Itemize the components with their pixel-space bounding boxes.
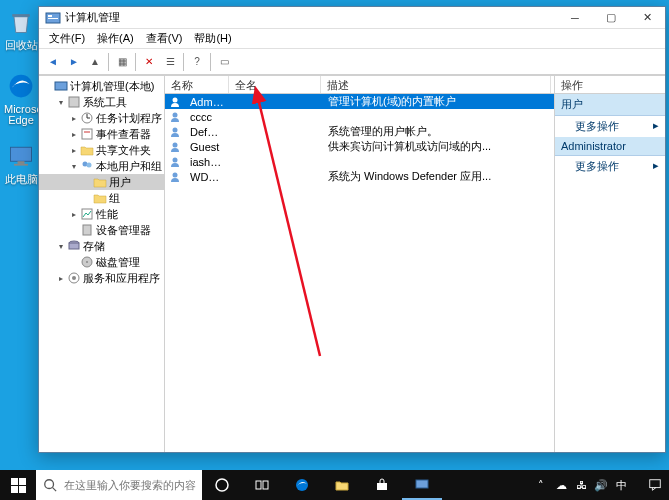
close-button[interactable]: ✕ <box>629 7 665 29</box>
tree-node-8[interactable]: ▸性能 <box>39 206 164 222</box>
column-header-2[interactable]: 描述 <box>321 76 551 93</box>
toolbar-up-button[interactable]: ▲ <box>85 52 105 72</box>
toolbar-delete-button[interactable]: ✕ <box>139 52 159 72</box>
svg-rect-20 <box>69 243 79 249</box>
tree-twisty-icon[interactable]: ▸ <box>67 112 80 125</box>
svg-point-22 <box>86 261 88 263</box>
column-header-1[interactable]: 全名 <box>229 76 321 93</box>
user-row-3[interactable]: Guest供来宾访问计算机或访问域的内... <box>165 139 554 154</box>
taskbar: ˄☁🖧🔊中 <box>0 470 669 500</box>
action-center-button[interactable] <box>643 470 667 500</box>
tree-twisty-icon[interactable]: ▸ <box>67 144 80 157</box>
taskbar-taskview-button[interactable] <box>242 470 282 500</box>
tree-node-0[interactable]: 计算机管理(本地) <box>39 78 164 94</box>
window-title: 计算机管理 <box>65 10 557 25</box>
taskbar-mmc-button[interactable] <box>402 470 442 500</box>
desktop-edge[interactable]: Microsoft Edge <box>4 70 38 126</box>
action-section-0[interactable]: 用户 <box>555 94 665 116</box>
tree-label: 存储 <box>83 239 105 254</box>
share-icon <box>80 143 94 157</box>
tree-twisty-icon[interactable]: ▾ <box>54 96 67 109</box>
tray-network-icon[interactable]: 🖧 <box>571 470 591 500</box>
tree-node-4[interactable]: ▸共享文件夹 <box>39 142 164 158</box>
menu-item-0[interactable]: 文件(F) <box>43 29 91 48</box>
svg-line-37 <box>53 488 57 492</box>
tree-pane[interactable]: 计算机管理(本地)▾系统工具▸任务计划程序▸事件查看器▸共享文件夹▾本地用户和组… <box>39 76 165 452</box>
dev-icon <box>80 223 94 237</box>
desktop-recycle-bin[interactable]: 回收站 <box>4 6 38 51</box>
maximize-button[interactable]: ▢ <box>593 7 629 29</box>
tree-node-2[interactable]: ▸任务计划程序 <box>39 110 164 126</box>
titlebar[interactable]: 计算机管理 ─ ▢ ✕ <box>39 7 665 29</box>
minimize-button[interactable]: ─ <box>557 7 593 29</box>
svg-point-38 <box>216 479 228 491</box>
back-icon: ◄ <box>48 56 58 67</box>
taskbar-cortana-button[interactable] <box>202 470 242 500</box>
action-item-0-0[interactable]: 更多操作 ▸ <box>555 116 665 137</box>
cell-name: WDAGUtilit... <box>184 171 230 183</box>
tree-twisty-icon[interactable]: ▸ <box>54 272 67 285</box>
tree-node-11[interactable]: 磁盘管理 <box>39 254 164 270</box>
user-row-5[interactable]: WDAGUtilit...系统为 Windows Defender 应用... <box>165 169 554 184</box>
forward-icon: ► <box>69 56 79 67</box>
tray-onedrive-icon[interactable]: ☁ <box>551 470 571 500</box>
svg-point-1 <box>10 75 33 98</box>
cell-name: iashoah <box>184 156 230 168</box>
menu-item-3[interactable]: 帮助(H) <box>188 29 237 48</box>
tree-node-9[interactable]: 设备管理器 <box>39 222 164 238</box>
tree-node-7[interactable]: 组 <box>39 190 164 206</box>
user-row-2[interactable]: DefaultAcc...系统管理的用户帐户。 <box>165 124 554 139</box>
tree-twisty-icon[interactable]: ▾ <box>67 160 80 173</box>
tree-label: 共享文件夹 <box>96 143 151 158</box>
svg-point-25 <box>173 97 178 102</box>
toolbar-props-button[interactable]: ☰ <box>160 52 180 72</box>
tree-node-12[interactable]: ▸服务和应用程序 <box>39 270 164 286</box>
tree-twisty-icon[interactable]: ▸ <box>67 208 80 221</box>
tree-twisty-icon[interactable]: ▸ <box>67 128 80 141</box>
store-icon <box>374 477 390 493</box>
search-input[interactable] <box>64 479 202 491</box>
toolbar-show-button[interactable]: ▦ <box>112 52 132 72</box>
desktop-this-pc[interactable]: 此电脑 <box>4 140 38 185</box>
storage-icon <box>67 239 81 253</box>
tree-node-10[interactable]: ▾存储 <box>39 238 164 254</box>
folder-icon <box>93 175 107 189</box>
svg-point-29 <box>173 157 178 162</box>
toolbar-extra-button[interactable]: ▭ <box>214 52 234 72</box>
tray-up-icon[interactable]: ˄ <box>531 470 551 500</box>
cell-name: cccc <box>184 111 230 123</box>
tree-twisty-icon[interactable]: ▾ <box>54 240 67 253</box>
taskbar-search[interactable] <box>36 470 202 500</box>
tree-node-3[interactable]: ▸事件查看器 <box>39 126 164 142</box>
action-item-1-0[interactable]: 更多操作 ▸ <box>555 156 665 177</box>
taskbar-explorer-button[interactable] <box>322 470 362 500</box>
tray-ime-icon[interactable]: 中 <box>611 470 631 500</box>
user-row-4[interactable]: iashoah <box>165 154 554 169</box>
action-section-1[interactable]: Administrator <box>555 137 665 156</box>
toolbar-back-button[interactable]: ◄ <box>43 52 63 72</box>
tree-twisty-icon <box>80 176 93 189</box>
column-header-0[interactable]: 名称 <box>165 76 229 93</box>
tree-label: 系统工具 <box>83 95 127 110</box>
user-row-0[interactable]: Administrat...管理计算机(域)的内置帐户 <box>165 94 554 109</box>
tree-node-6[interactable]: 用户 <box>39 174 164 190</box>
menu-item-1[interactable]: 操作(A) <box>91 29 140 48</box>
tree-twisty-icon <box>67 224 80 237</box>
extra-icon: ▭ <box>220 56 229 67</box>
taskbar-edge-button[interactable] <box>282 470 322 500</box>
tree-node-5[interactable]: ▾本地用户和组 <box>39 158 164 174</box>
props-icon: ☰ <box>166 56 175 67</box>
tree-label: 用户 <box>109 175 131 190</box>
list-body[interactable]: Administrat...管理计算机(域)的内置帐户ccccDefaultAc… <box>165 94 554 452</box>
user-row-1[interactable]: cccc <box>165 109 554 124</box>
tray-volume-icon[interactable]: 🔊 <box>591 470 611 500</box>
start-button[interactable] <box>0 470 36 500</box>
tree-node-1[interactable]: ▾系统工具 <box>39 94 164 110</box>
svg-point-24 <box>72 276 76 280</box>
taskbar-store-button[interactable] <box>362 470 402 500</box>
svg-rect-40 <box>263 481 268 489</box>
toolbar-help-button[interactable]: ? <box>187 52 207 72</box>
toolbar-forward-button[interactable]: ► <box>64 52 84 72</box>
menu-item-2[interactable]: 查看(V) <box>140 29 189 48</box>
svg-rect-43 <box>650 480 661 488</box>
